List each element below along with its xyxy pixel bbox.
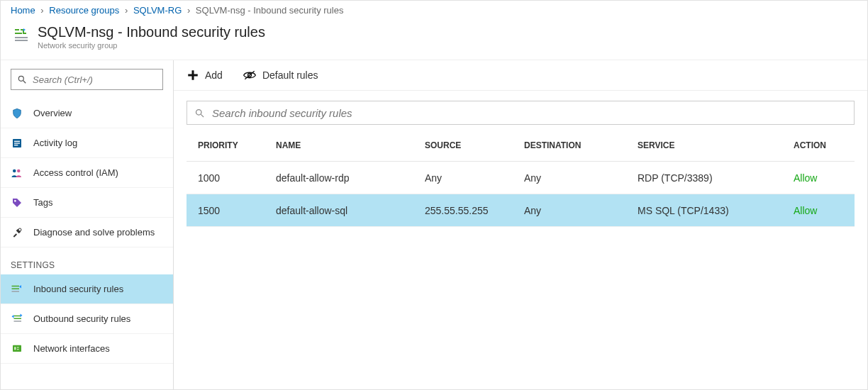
rules-table: PRIORITY NAME SOURCE DESTINATION SERVICE… bbox=[187, 129, 855, 227]
sidebar-section-settings: SETTINGS bbox=[1, 247, 173, 274]
col-action[interactable]: ACTION bbox=[794, 140, 843, 150]
sidebar-item-label: Network interfaces bbox=[33, 343, 110, 354]
nic-icon bbox=[11, 342, 23, 355]
sidebar-item-diagnose[interactable]: Diagnose and solve problems bbox=[1, 218, 173, 247]
cell-name: default-allow-rdp bbox=[276, 172, 425, 184]
plus-icon bbox=[187, 69, 199, 82]
table-header: PRIORITY NAME SOURCE DESTINATION SERVICE… bbox=[187, 129, 855, 162]
svg-rect-1 bbox=[15, 33, 22, 34]
sidebar-item-outbound-rules[interactable]: Outbound security rules bbox=[1, 304, 173, 334]
svg-point-28 bbox=[196, 109, 202, 115]
chevron-right-icon: › bbox=[187, 5, 190, 16]
col-source[interactable]: SOURCE bbox=[425, 140, 524, 150]
breadcrumb-resource-groups[interactable]: Resource groups bbox=[49, 5, 119, 16]
sidebar-item-inbound-rules[interactable]: Inbound security rules bbox=[1, 274, 173, 304]
svg-rect-8 bbox=[14, 143, 20, 143]
svg-point-10 bbox=[13, 169, 16, 172]
cell-service: RDP (TCP/3389) bbox=[638, 172, 794, 184]
table-row[interactable]: 1000 default-allow-rdp Any Any RDP (TCP/… bbox=[187, 162, 855, 194]
add-button-label: Add bbox=[205, 69, 223, 81]
cell-action: Allow bbox=[794, 172, 843, 184]
rules-search-input[interactable] bbox=[212, 107, 847, 119]
svg-rect-20 bbox=[13, 345, 21, 351]
svg-rect-21 bbox=[14, 347, 16, 350]
nsg-rules-icon bbox=[13, 27, 30, 44]
cell-service: MS SQL (TCP/1433) bbox=[638, 205, 794, 216]
sidebar-search-input[interactable] bbox=[33, 74, 157, 85]
tools-icon bbox=[11, 226, 23, 239]
sidebar-item-label: Access control (IAM) bbox=[33, 167, 118, 178]
cell-source: Any bbox=[425, 172, 524, 184]
people-icon bbox=[11, 167, 23, 179]
tag-icon bbox=[11, 196, 23, 209]
sidebar-item-access-control[interactable]: Access control (IAM) bbox=[1, 158, 173, 188]
sidebar-item-label: Outbound security rules bbox=[33, 313, 130, 324]
chevron-right-icon: › bbox=[40, 5, 43, 16]
svg-rect-16 bbox=[12, 291, 20, 292]
svg-rect-2 bbox=[15, 37, 28, 38]
svg-rect-0 bbox=[15, 29, 19, 30]
svg-rect-22 bbox=[17, 347, 19, 347]
sidebar-item-label: Overview bbox=[33, 108, 72, 118]
add-button[interactable]: Add bbox=[187, 69, 223, 82]
sidebar-item-activity-log[interactable]: Activity log bbox=[1, 128, 173, 158]
breadcrumb-current: SQLVM-nsg - Inbound security rules bbox=[196, 5, 344, 16]
svg-rect-15 bbox=[12, 288, 20, 289]
eye-off-icon bbox=[243, 69, 257, 81]
col-destination[interactable]: DESTINATION bbox=[524, 140, 638, 150]
default-rules-button[interactable]: Default rules bbox=[243, 69, 318, 81]
toolbar: Add Default rules bbox=[174, 69, 867, 91]
page-title: SQLVM-nsg - Inbound security rules bbox=[38, 24, 265, 40]
breadcrumb-sqlvm-rg[interactable]: SQLVM-RG bbox=[133, 5, 182, 16]
svg-rect-7 bbox=[14, 140, 20, 141]
svg-rect-17 bbox=[14, 315, 22, 316]
sidebar-item-label: Activity log bbox=[33, 138, 77, 148]
col-service[interactable]: SERVICE bbox=[638, 140, 794, 150]
sidebar-item-overview[interactable]: Overview bbox=[1, 99, 173, 128]
search-icon bbox=[17, 74, 27, 84]
cell-priority: 1000 bbox=[198, 172, 276, 184]
svg-point-11 bbox=[17, 169, 21, 172]
col-name[interactable]: NAME bbox=[276, 140, 425, 150]
cell-priority: 1500 bbox=[198, 205, 276, 216]
sidebar-item-tags[interactable]: Tags bbox=[1, 188, 173, 218]
svg-rect-14 bbox=[12, 285, 20, 286]
svg-rect-23 bbox=[17, 349, 19, 350]
log-icon bbox=[11, 137, 23, 150]
search-icon bbox=[194, 108, 205, 118]
outbound-icon bbox=[11, 313, 23, 325]
breadcrumb: Home › Resource groups › SQLVM-RG › SQLV… bbox=[1, 1, 867, 21]
svg-rect-9 bbox=[14, 145, 18, 145]
sidebar-item-label: Tags bbox=[33, 197, 52, 208]
rules-search[interactable] bbox=[187, 101, 855, 125]
cell-name: default-allow-sql bbox=[276, 205, 425, 216]
sidebar: Overview Activity log Access control (IA… bbox=[1, 60, 174, 390]
sidebar-item-label: Inbound security rules bbox=[33, 284, 123, 294]
svg-rect-18 bbox=[14, 318, 22, 319]
svg-point-4 bbox=[18, 76, 23, 81]
shield-icon bbox=[11, 107, 23, 120]
cell-action: Allow bbox=[794, 205, 843, 216]
breadcrumb-home[interactable]: Home bbox=[11, 5, 35, 16]
table-row[interactable]: 1500 default-allow-sql 255.55.55.255 Any… bbox=[187, 194, 855, 227]
cell-destination: Any bbox=[524, 205, 638, 216]
cell-source: 255.55.55.255 bbox=[425, 205, 524, 216]
title-bar: SQLVM-nsg - Inbound security rules Netwo… bbox=[1, 21, 867, 60]
svg-rect-19 bbox=[14, 321, 22, 322]
svg-point-12 bbox=[14, 200, 16, 202]
chevron-right-icon: › bbox=[125, 5, 128, 16]
svg-line-29 bbox=[201, 114, 204, 117]
sidebar-search[interactable] bbox=[11, 69, 163, 90]
default-rules-label: Default rules bbox=[262, 69, 318, 81]
sidebar-item-network-interfaces[interactable]: Network interfaces bbox=[1, 334, 173, 364]
inbound-icon bbox=[11, 283, 23, 296]
svg-point-13 bbox=[18, 228, 21, 231]
cell-destination: Any bbox=[524, 172, 638, 184]
sidebar-item-label: Diagnose and solve problems bbox=[33, 227, 155, 238]
main-content: Add Default rules PRIORITY NAME SOURCE D… bbox=[174, 60, 867, 390]
col-priority[interactable]: PRIORITY bbox=[198, 140, 276, 150]
svg-rect-3 bbox=[15, 40, 28, 41]
page-subtitle: Network security group bbox=[38, 41, 265, 50]
svg-rect-25 bbox=[188, 74, 198, 77]
svg-line-5 bbox=[23, 81, 26, 84]
